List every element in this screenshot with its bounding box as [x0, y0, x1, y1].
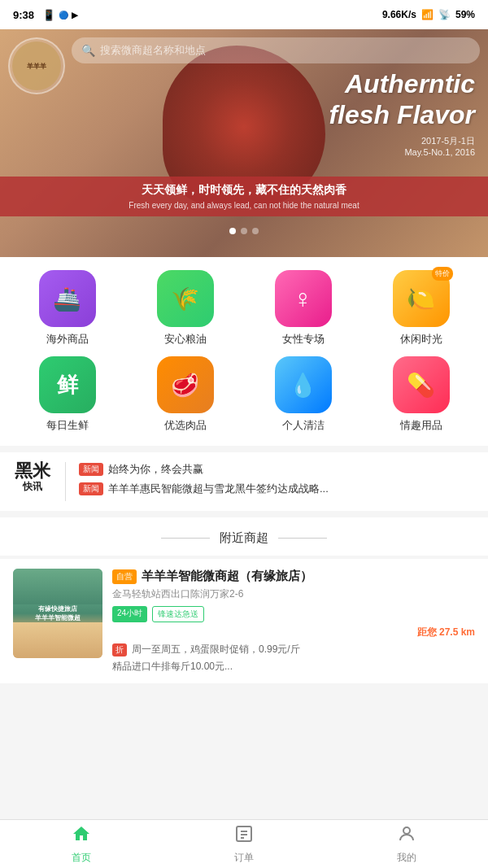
search-placeholder: 搜索微商超名称和地点 — [100, 43, 206, 58]
category-label-nvxing: 女性专场 — [282, 332, 325, 347]
category-label-haiwei: 海外商品 — [46, 332, 89, 347]
store-image: 有缘快捷旅店羊羊羊智能微超 — [13, 569, 102, 658]
category-icon-liangyo: 🌾 — [157, 270, 214, 327]
news-items: 新闻始终为你，终会共赢新闻羊羊羊惠民智能微超与雪龙黑牛签约达成战略... — [79, 462, 475, 501]
logo-inner: 羊羊羊 — [12, 41, 61, 90]
category-item-qingjie[interactable]: 💧个人清洁 — [249, 356, 357, 433]
hero-banner: 羊羊羊 🔍 搜索微商超名称和地点 Autherntic flesh Flavor… — [0, 29, 488, 257]
search-bar[interactable]: 🔍 搜索微商超名称和地点 — [72, 37, 480, 63]
store-distance: 距您 27.5 km — [112, 626, 475, 639]
news-item-1[interactable]: 新闻羊羊羊惠民智能微超与雪龙黑牛签约达成战略... — [79, 482, 475, 496]
news-logo: 黑米 快讯 — [13, 462, 52, 494]
news-badge-0: 新闻 — [79, 463, 103, 476]
signal-icon: 📶 — [421, 9, 434, 20]
store-promo2: 精品进口牛排每斤10.00元... — [112, 660, 475, 674]
time: 9:38 — [13, 9, 34, 21]
banner-subtitle-en: Fresh every day, and always lead, can no… — [13, 201, 475, 210]
news-item-0[interactable]: 新闻始终为你，终会共赢 — [79, 462, 475, 477]
news-divider — [65, 462, 66, 501]
category-item-xiuxian[interactable]: 🍋特价休闲时光 — [367, 270, 475, 347]
store-tags: 24小时 锋速达急送 — [112, 606, 475, 622]
nearby-line-left — [161, 538, 210, 539]
news-text-0: 始终为你，终会共赢 — [108, 462, 203, 477]
store-name-row: 自营 羊羊羊智能微商超（有缘旅店） — [112, 569, 475, 584]
news-section: 黑米 快讯 新闻始终为你，终会共赢新闻羊羊羊惠民智能微超与雪龙黑牛签约达成战略.… — [0, 452, 488, 511]
nav-icon-mine — [397, 824, 416, 848]
nav-label-home: 首页 — [72, 851, 91, 865]
category-icon-xiuxian: 🍋特价 — [393, 270, 450, 327]
category-label-roupin: 优选肉品 — [164, 418, 207, 433]
category-icon-qingqu: 💊 — [393, 356, 450, 413]
badge-xiuxian: 特价 — [432, 267, 453, 281]
promo-text: 周一至周五，鸡蛋限时促销，0.99元/斤 — [132, 643, 300, 656]
banner-subtitle-cn: 天天领鲜，时时领先，藏不住的天然肉香 — [13, 183, 475, 198]
self-badge: 自营 — [112, 569, 137, 584]
category-label-qingqu: 情趣用品 — [400, 418, 442, 433]
banner-date2: May.5-No.1, 2016 — [404, 147, 475, 157]
category-item-shengxian[interactable]: 鲜每日生鲜 — [13, 356, 121, 433]
nearby-title-text: 附近商超 — [220, 530, 268, 546]
nav-item-mine[interactable]: 我的 — [325, 820, 488, 868]
search-icon: 🔍 — [81, 44, 95, 57]
category-label-qingjie: 个人清洁 — [282, 418, 325, 433]
category-section: 🚢海外商品🌾安心粮油♀女性专场🍋特价休闲时光鲜每日生鲜🥩优选肉品💧个人清洁💊情趣… — [0, 257, 488, 446]
category-item-roupin[interactable]: 🥩优选肉品 — [131, 356, 239, 433]
category-item-liangyo[interactable]: 🌾安心粮油 — [131, 270, 239, 347]
category-icon-qingjie: 💧 — [275, 356, 332, 413]
news-text-1: 羊羊羊惠民智能微超与雪龙黑牛签约达成战略... — [108, 482, 329, 496]
category-label-xiuxian: 休闲时光 — [400, 332, 442, 347]
svg-point-4 — [403, 827, 410, 834]
dot-1 — [229, 228, 236, 234]
nearby-title: 附近商超 — [161, 530, 327, 546]
nearby-header: 附近商超 — [0, 517, 488, 556]
wifi-icon: 📡 — [438, 9, 451, 20]
store-card[interactable]: 有缘快捷旅店羊羊羊智能微超 自营 羊羊羊智能微商超（有缘旅店） 金马轻轨站西出口… — [0, 559, 488, 683]
brand-logo: 羊羊羊 — [8, 37, 65, 94]
banner-title-line2: flesh Flavor — [329, 99, 475, 130]
store-promo: 折 周一至周五，鸡蛋限时促销，0.99元/斤 — [112, 643, 475, 656]
nearby-line-right — [278, 538, 327, 539]
status-time-area: 9:38 📱 🔵 ▶ — [13, 9, 78, 21]
banner-date1: 2017-5月-1日 — [404, 135, 475, 147]
status-indicators: 9.66K/s 📶 📡 59% — [382, 9, 475, 20]
store-info: 自营 羊羊羊智能微商超（有缘旅店） 金马轻轨站西出口陈润万家2-6 24小时 锋… — [112, 569, 475, 674]
promo-text2: 精品进口牛排每斤10.00元... — [112, 660, 233, 674]
category-icon-nvxing: ♀ — [275, 270, 332, 327]
banner-title-line1: Autherntic — [329, 68, 475, 99]
nav-icon-order — [234, 824, 254, 848]
nav-item-order[interactable]: 订单 — [163, 820, 325, 868]
store-address: 金马轻轨站西出口陈润万家2-6 — [112, 587, 475, 601]
category-label-shengxian: 每日生鲜 — [46, 418, 89, 433]
tag-24h: 24小时 — [112, 606, 147, 622]
category-item-haiwei[interactable]: 🚢海外商品 — [13, 270, 121, 347]
news-logo-small: 快讯 — [23, 480, 42, 494]
nav-label-order: 订单 — [234, 851, 254, 865]
category-item-nvxing[interactable]: ♀女性专场 — [249, 270, 357, 347]
dot-2 — [241, 228, 247, 234]
tag-delivery: 锋速达急送 — [152, 606, 204, 622]
nav-icon-home — [72, 824, 91, 848]
bottom-nav: 首页订单我的 — [0, 819, 488, 868]
news-logo-big: 黑米 — [15, 462, 50, 480]
category-label-liangyo: 安心粮油 — [164, 332, 207, 347]
store-image-visual: 有缘快捷旅店羊羊羊智能微超 — [13, 569, 102, 658]
category-icon-roupin: 🥩 — [157, 356, 214, 413]
category-icon-haiwei: 🚢 — [39, 270, 96, 327]
category-icon-shengxian: 鲜 — [39, 356, 96, 413]
banner-dots — [229, 228, 259, 234]
category-grid: 🚢海外商品🌾安心粮油♀女性专场🍋特价休闲时光鲜每日生鲜🥩优选肉品💧个人清洁💊情趣… — [13, 270, 475, 433]
banner-date: 2017-5月-1日 May.5-No.1, 2016 — [404, 135, 475, 157]
promo-badge: 折 — [112, 643, 127, 656]
nav-label-mine: 我的 — [397, 851, 416, 865]
network-speed: 9.66K/s — [382, 9, 416, 20]
news-badge-1: 新闻 — [79, 482, 103, 495]
banner-title: Autherntic flesh Flavor — [329, 68, 475, 131]
store-name: 羊羊羊智能微商超（有缘旅店） — [142, 569, 312, 584]
banner-subtitle: 天天领鲜，时时领先，藏不住的天然肉香 Fresh every day, and … — [0, 177, 488, 216]
nav-item-home[interactable]: 首页 — [0, 820, 163, 868]
dot-3 — [252, 228, 259, 234]
category-item-qingqu[interactable]: 💊情趣用品 — [367, 356, 475, 433]
status-bar: 9:38 📱 🔵 ▶ 9.66K/s 📶 📡 59% — [0, 0, 488, 29]
battery: 59% — [455, 9, 475, 20]
